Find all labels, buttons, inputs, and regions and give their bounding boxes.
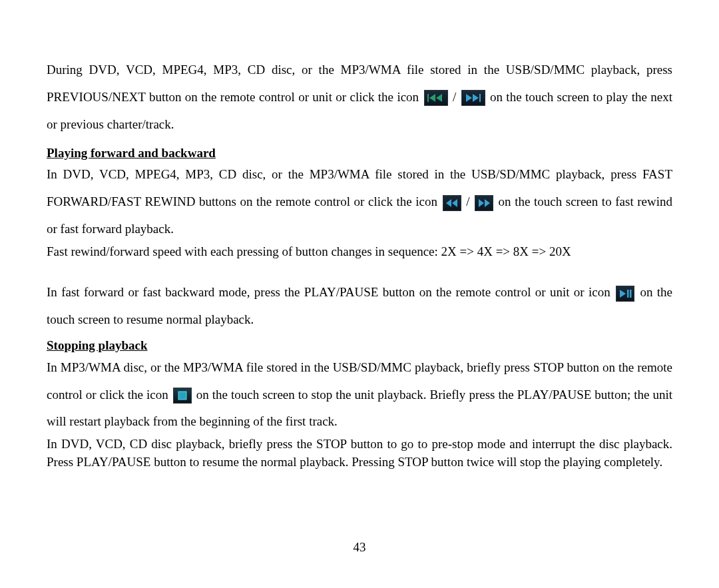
heading-forward-backward: Playing forward and backward xyxy=(47,145,672,162)
svg-marker-4 xyxy=(473,94,479,102)
text: / xyxy=(453,90,460,104)
text: / xyxy=(466,194,473,208)
paragraph-prev-next: During DVD, VCD, MPEG4, MP3, CD disc, or… xyxy=(47,57,672,139)
svg-marker-3 xyxy=(466,94,472,102)
svg-rect-13 xyxy=(178,392,186,400)
svg-marker-10 xyxy=(620,290,626,298)
svg-rect-11 xyxy=(627,290,629,298)
paragraph-resume: In fast forward or fast backward mode, p… xyxy=(47,279,672,334)
svg-rect-5 xyxy=(479,94,481,102)
next-track-icon xyxy=(461,90,485,106)
paragraph-stop-mp3: In MP3/WMA disc, or the MP3/WMA file sto… xyxy=(47,354,672,436)
heading-stopping: Stopping playback xyxy=(47,338,672,354)
play-pause-icon xyxy=(616,286,634,302)
paragraph-stop-dvd: In DVD, VCD, CD disc playback, briefly p… xyxy=(47,436,672,471)
svg-rect-0 xyxy=(427,94,429,102)
previous-track-icon xyxy=(424,90,448,106)
document-page: During DVD, VCD, MPEG4, MP3, CD disc, or… xyxy=(0,0,719,588)
paragraph-ff-rw: In DVD, VCD, MPEG4, MP3, CD disc, or the… xyxy=(47,161,672,243)
svg-marker-7 xyxy=(452,199,457,207)
paragraph-speed-sequence: Fast rewind/forward speed with each pres… xyxy=(47,243,672,261)
fast-rewind-icon xyxy=(443,195,461,211)
svg-marker-6 xyxy=(446,199,451,207)
stop-icon xyxy=(173,388,192,404)
svg-marker-2 xyxy=(436,94,442,102)
svg-marker-1 xyxy=(429,94,435,102)
svg-marker-8 xyxy=(479,199,484,207)
fast-forward-icon xyxy=(475,195,493,211)
svg-marker-9 xyxy=(485,199,490,207)
text: In fast forward or fast backward mode, p… xyxy=(47,285,614,299)
page-number: 43 xyxy=(0,540,719,555)
svg-rect-12 xyxy=(630,290,632,298)
